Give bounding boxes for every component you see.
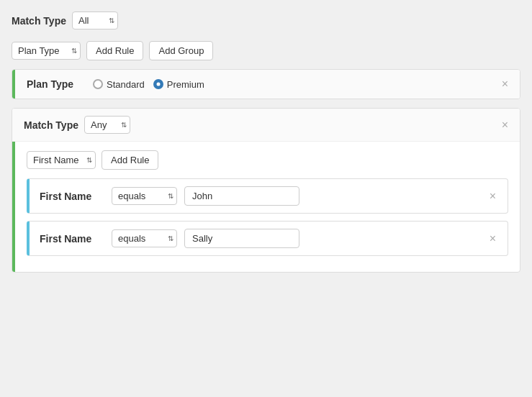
plan-type-standard-option[interactable]: Standard [93, 79, 145, 90]
plan-type-rule-row: Plan Type Standard Premium × [12, 70, 520, 99]
group-body: First Name Last Name Plan Type Add Rule … [12, 142, 520, 272]
rule-type-select[interactable]: Plan Type First Name Last Name [12, 42, 81, 60]
rule-sally-operator-select[interactable]: equals contains starts with ends with [112, 229, 177, 247]
match-type-label: Match Type [12, 15, 66, 27]
match-type-select[interactable]: All Any None [72, 12, 118, 29]
plan-type-premium-label: Premium [167, 79, 204, 90]
plan-type-standard-radio [93, 79, 103, 89]
group-close-button[interactable]: × [499, 118, 511, 132]
rule-john-value-input[interactable] [184, 186, 299, 206]
main-container: Match Type All Any None Plan Type First … [0, 0, 532, 397]
add-group-button[interactable]: Add Group [149, 41, 213, 60]
match-type-row: Match Type All Any None [12, 12, 520, 29]
group-rule-type-select[interactable]: First Name Last Name Plan Type [27, 151, 96, 169]
group-match-type-select-wrapper: All Any None [84, 116, 130, 134]
rule-john-close-button[interactable]: × [487, 189, 499, 204]
rule-sally-close-button[interactable]: × [487, 232, 499, 246]
add-rule-button[interactable]: Add Rule [86, 41, 143, 60]
rule-john-operator-wrapper: equals contains starts with ends with [112, 187, 177, 205]
rule-sally-operator-wrapper: equals contains starts with ends with [112, 229, 177, 247]
plan-type-rule-card: Plan Type Standard Premium × [12, 69, 520, 99]
plan-type-premium-option[interactable]: Premium [153, 79, 204, 90]
rule-sally-label: First Name [40, 233, 104, 245]
plan-type-standard-label: Standard [107, 79, 145, 90]
plan-type-radio-group: Standard Premium [93, 79, 204, 90]
plan-type-close-button[interactable]: × [499, 77, 511, 91]
plan-type-rule-label: Plan Type [27, 78, 84, 90]
rule-row-john: First Name equals contains starts with e… [27, 178, 508, 214]
main-rule-add-row: Plan Type First Name Last Name Add Rule … [12, 41, 520, 60]
group-container: Match Type All Any None × First Name Las… [12, 108, 520, 273]
group-rule-type-select-wrapper: First Name Last Name Plan Type [27, 151, 96, 169]
group-header: Match Type All Any None × [12, 109, 520, 142]
group-add-rule-button[interactable]: Add Rule [102, 150, 158, 170]
rule-john-operator-select[interactable]: equals contains starts with ends with [112, 187, 177, 205]
plan-type-premium-radio [153, 79, 163, 89]
rule-type-select-wrapper: Plan Type First Name Last Name [12, 42, 81, 60]
group-rule-add-row: First Name Last Name Plan Type Add Rule [27, 150, 508, 170]
match-type-select-wrapper: All Any None [72, 12, 118, 29]
group-match-type-select[interactable]: All Any None [84, 116, 130, 134]
rule-john-label: First Name [40, 191, 104, 202]
group-match-type-label: Match Type [24, 119, 78, 131]
rule-sally-value-input[interactable] [184, 229, 299, 248]
rule-row-sally: First Name equals contains starts with e… [27, 221, 508, 256]
